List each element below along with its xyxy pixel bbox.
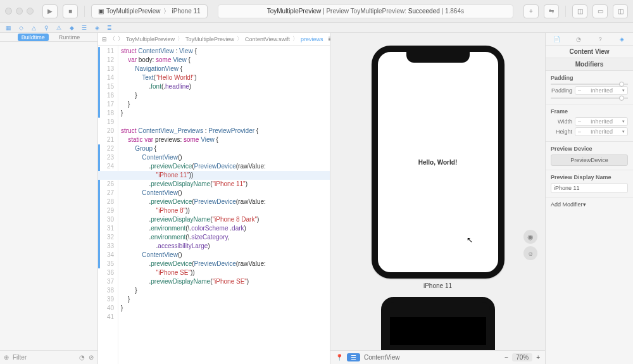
navigator-content	[0, 42, 97, 350]
stop-button[interactable]: ■	[63, 4, 78, 18]
scm-icon[interactable]: ◇	[16, 23, 25, 32]
preview-canvas[interactable]: Hello, World! ↖ ◉ ⌾ iPhone 11	[330, 33, 545, 350]
traffic-lights[interactable]	[5, 8, 34, 15]
status-time: 1.864s	[445, 8, 464, 15]
bottom-panel-toggle[interactable]: ▭	[592, 4, 608, 18]
history-inspector-icon[interactable]: ◔	[574, 35, 583, 44]
device-frame-secondary	[381, 297, 495, 350]
frame-width-value[interactable]: –Inherited▾	[575, 117, 628, 126]
section-preview-device: Preview Device PreviewDevice	[546, 142, 633, 170]
status-result: Succeeded	[408, 8, 440, 15]
preview-panel: Hello, World! ↖ ◉ ⌾ iPhone 11 📍 ☰ Conten…	[330, 33, 546, 364]
report-icon[interactable]: ≣	[105, 23, 114, 32]
zoom-in-button[interactable]: +	[536, 354, 540, 361]
mouse-cursor: ↖	[467, 235, 473, 244]
inspector-title: Content View	[546, 46, 633, 58]
jump-bar[interactable]: ⊟ 〈 〉 ToyMultiplePreview〉 ToyMultiplePre…	[98, 33, 330, 46]
help-inspector-icon[interactable]: ?	[596, 35, 605, 44]
scheme-selector[interactable]: ▣ ToyMultiplePreview 〉 iPhone 11	[91, 4, 208, 18]
zoom-out-button[interactable]: −	[505, 354, 508, 361]
padding-slider-top[interactable]	[551, 84, 628, 85]
run-button[interactable]: ▶	[42, 4, 58, 18]
status-project: ToyMultiplePreview	[267, 8, 322, 15]
device-frame-iphone11: Hello, World! ↖	[372, 46, 505, 279]
crumb-group[interactable]: ToyMultiplePreview	[185, 36, 234, 42]
file-inspector-icon[interactable]: 📄	[552, 35, 561, 44]
preview-device-heading: Preview Device	[551, 146, 628, 152]
navigator-selector-bar: ▦ ◇ △ ⚲ ⚠ ◆ ☰ ◈ ≣	[0, 23, 633, 33]
debug-icon[interactable]: ☰	[80, 23, 89, 32]
preview-text: Hello, World!	[418, 159, 457, 166]
issue-icon[interactable]: ⚠	[54, 23, 63, 32]
section-padding: Padding Padding –Inherited▾	[546, 71, 633, 104]
attributes-inspector-icon[interactable]: ◈	[618, 35, 627, 44]
library-button[interactable]: ⇆	[544, 4, 559, 18]
status-action: Preview ToyMultiplePreview:	[326, 8, 406, 15]
issue-tabs: Buildtime Runtime	[0, 33, 97, 42]
left-panel-toggle[interactable]: ◫	[572, 4, 587, 18]
scheme-device: iPhone 11	[172, 8, 201, 15]
frame-heading: Frame	[551, 108, 628, 115]
find-icon[interactable]: ⚲	[42, 23, 51, 32]
code-editor[interactable]: 1112131415161718192021222324252627282930…	[98, 46, 330, 364]
preview-display-name-field[interactable]: iPhone 11	[551, 183, 628, 193]
preview-display-heading: Preview Display Name	[551, 174, 628, 180]
preview-footer-file: ContentView	[364, 354, 400, 361]
scheme-target: ToyMultiplePreview	[106, 8, 161, 15]
navigator-footer: ⊕ Filter ◔ ⊘	[0, 350, 97, 364]
crumb-project[interactable]: ToyMultiplePreview	[126, 36, 175, 42]
window-toolbar: ▶ ■ ▣ ToyMultiplePreview 〉 iPhone 11 Toy…	[0, 0, 633, 23]
folder-icon[interactable]: ▦	[4, 23, 13, 32]
activity-view: ToyMultiplePreview | Preview ToyMultiple…	[218, 4, 513, 18]
tab-runtime[interactable]: Runtime	[59, 34, 80, 41]
right-panel-toggle[interactable]: ◫	[613, 4, 628, 18]
inspector-tabs: 📄 ◔ ? ◈	[546, 33, 633, 46]
crumb-file[interactable]: ContentView.swift	[245, 36, 290, 42]
padding-slider-bottom[interactable]	[551, 97, 628, 99]
related-items-icon[interactable]: ⊟	[102, 35, 107, 44]
symbol-icon[interactable]: △	[29, 23, 38, 32]
frame-height-label: Height	[551, 129, 572, 135]
frame-width-label: Width	[551, 118, 572, 125]
device-caption: iPhone 11	[423, 282, 452, 289]
clock-icon[interactable]: ◔	[79, 354, 85, 361]
frame-height-value[interactable]: –Inherited▾	[575, 127, 628, 136]
filter-icon[interactable]: ⊕	[4, 354, 9, 361]
line-gutter: 1112131415161718192021222324252627282930…	[101, 46, 118, 364]
crumb-symbol[interactable]: previews	[301, 36, 323, 42]
swift-badge: ☰	[347, 353, 360, 361]
error-filter-icon[interactable]: ⊘	[89, 354, 94, 361]
section-frame: Frame Width –Inherited▾ Height –Inherite…	[546, 104, 633, 142]
inspector-subtitle: Modifiers	[546, 58, 633, 71]
padding-heading: Padding	[551, 75, 628, 81]
breakpoint-icon[interactable]: ◈	[92, 23, 101, 32]
editor-panel: ⊟ 〈 〉 ToyMultiplePreview〉 ToyMultiplePre…	[98, 33, 330, 364]
pin-icon[interactable]: 📍	[335, 354, 343, 361]
zoom-level[interactable]: 70%	[512, 353, 532, 361]
forward-button[interactable]: 〉	[118, 35, 123, 44]
inspect-preview-button[interactable]: ⌾	[523, 246, 537, 260]
tab-buildtime[interactable]: Buildtime	[18, 34, 49, 41]
test-icon[interactable]: ◆	[67, 23, 76, 32]
preview-footer: 📍 ☰ ContentView − 70% +	[330, 350, 545, 364]
preview-device-button[interactable]: PreviewDevice	[551, 154, 628, 166]
plus-button[interactable]: +	[523, 4, 539, 18]
add-modifier-dropdown[interactable]: Add Modifier▾	[551, 201, 628, 208]
back-button[interactable]: 〈	[110, 35, 115, 44]
filter-field[interactable]: Filter	[13, 354, 27, 361]
section-preview-display-name: Preview Display Name iPhone 11	[546, 170, 633, 198]
app-icon: ▣	[98, 8, 104, 15]
device-notch	[406, 51, 470, 63]
navigator-panel: Buildtime Runtime ⊕ Filter ◔ ⊘	[0, 33, 98, 364]
inspector-panel: 📄 ◔ ? ◈ Content View Modifiers Padding P…	[546, 33, 633, 364]
padding-value[interactable]: –Inherited▾	[575, 86, 628, 95]
live-preview-button[interactable]: ◉	[523, 230, 537, 244]
padding-label: Padding	[551, 87, 572, 94]
